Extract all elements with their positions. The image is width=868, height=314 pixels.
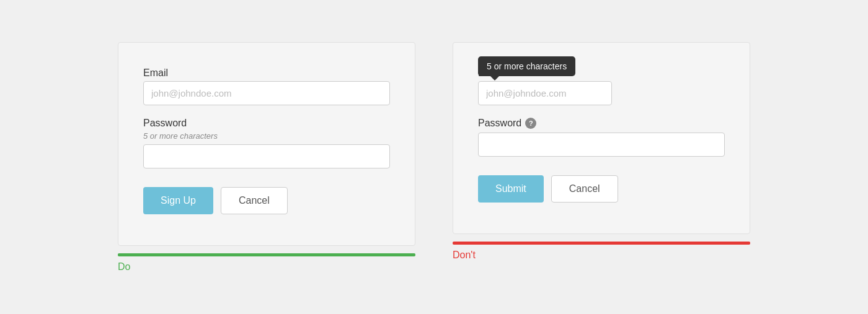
do-email-field-group: Email (143, 68, 390, 105)
dont-indicator-bar (453, 242, 750, 245)
do-indicator-label: Do (118, 261, 415, 273)
dont-indicator-label: Don't (453, 250, 750, 261)
dont-password-label: Password (478, 118, 521, 129)
dont-password-label-row: Password ? (478, 118, 725, 129)
do-password-label: Password (143, 118, 390, 129)
examples-container: Email Password 5 or more characters Sign… (118, 17, 750, 297)
dont-form-card: Email 5 or more characters Password ? Su… (453, 42, 750, 234)
dont-tooltip-bubble: 5 or more characters (478, 56, 575, 76)
do-password-field-group: Password 5 or more characters (143, 118, 390, 168)
do-password-input[interactable] (143, 144, 390, 168)
do-email-label: Email (143, 68, 390, 79)
do-signup-button[interactable]: Sign Up (143, 187, 213, 214)
dont-help-icon[interactable]: ? (525, 118, 536, 129)
dont-email-field-group: Email 5 or more characters (478, 68, 725, 105)
do-password-hint: 5 or more characters (143, 131, 390, 141)
dont-cancel-button[interactable]: Cancel (551, 175, 618, 203)
do-form-card: Email Password 5 or more characters Sign… (118, 42, 415, 246)
dont-password-field-group: Password ? (478, 118, 725, 157)
dont-password-input[interactable] (478, 133, 725, 157)
do-example: Email Password 5 or more characters Sign… (118, 42, 415, 273)
do-email-input[interactable] (143, 81, 390, 105)
dont-buttons-row: Submit Cancel (478, 175, 725, 203)
do-cancel-button[interactable]: Cancel (221, 187, 288, 214)
dont-example: Email 5 or more characters Password ? Su… (453, 42, 750, 261)
dont-email-tooltip-wrapper: 5 or more characters (478, 81, 612, 105)
do-buttons-row: Sign Up Cancel (143, 187, 390, 214)
dont-submit-button[interactable]: Submit (478, 175, 544, 203)
do-indicator-bar (118, 253, 415, 256)
